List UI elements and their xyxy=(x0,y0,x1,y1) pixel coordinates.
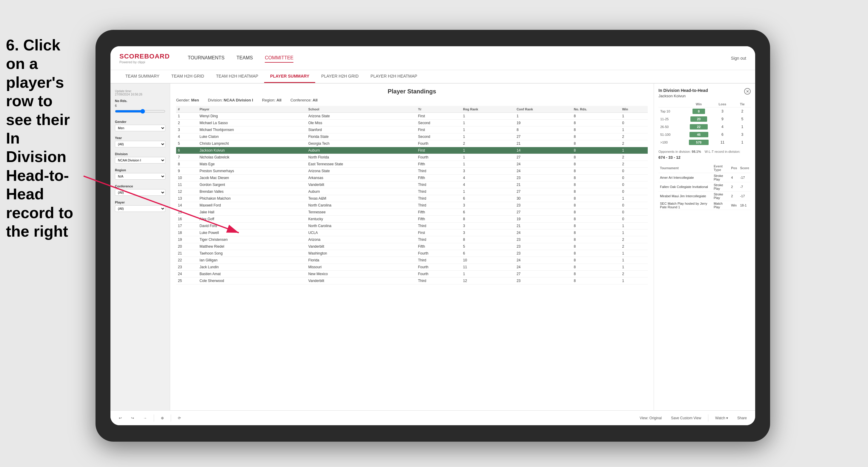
tournament-score: -17 xyxy=(739,192,751,201)
cell-conf-rank: 1 xyxy=(515,113,572,120)
share-button[interactable]: Share xyxy=(735,415,749,421)
forward-button[interactable]: → xyxy=(141,415,149,421)
table-row[interactable]: 24 Bastien Amat New Mexico Fourth 1 27 8… xyxy=(176,271,648,278)
sub-nav-player-summary[interactable]: PLAYER SUMMARY xyxy=(264,70,315,83)
table-row[interactable]: 12 Brendan Valles Auburn Third 1 27 8 0 xyxy=(176,188,648,195)
cell-no-rds: 8 xyxy=(572,243,620,250)
cell-yr: Second xyxy=(416,120,461,127)
cell-school: Florida State xyxy=(307,133,416,140)
table-row[interactable]: 9 Preston Summerhays Arizona State Third… xyxy=(176,168,648,175)
cell-player: Cole Sherwood xyxy=(198,278,307,284)
nav-tournaments[interactable]: TOURNAMENTS xyxy=(188,54,224,63)
h2h-row: 11-25 20 9 5 xyxy=(658,115,751,123)
table-row[interactable]: 7 Nicholas Gabrelcik North Florida Fourt… xyxy=(176,154,648,161)
cell-win: 0 xyxy=(620,175,648,181)
gender-select[interactable]: Men Women xyxy=(115,125,165,131)
h2h-win: 8 xyxy=(686,107,711,116)
table-row[interactable]: 22 Ian Gilligan Florida Third 10 24 8 1 xyxy=(176,257,648,264)
table-row[interactable]: 17 David Ford North Carolina Third 3 21 … xyxy=(176,223,648,229)
h2h-row: Top 10 8 3 2 xyxy=(658,107,751,116)
cell-reg-rank: 3 xyxy=(461,202,515,209)
table-row[interactable]: 16 Alex Goff Kentucky Fifth 8 19 8 0 xyxy=(176,216,648,223)
t-col-type: Event Type xyxy=(712,163,730,173)
sub-nav-team-summary[interactable]: TEAM SUMMARY xyxy=(119,70,165,83)
division-select[interactable]: NCAA Division I xyxy=(115,157,165,163)
cell-reg-rank: 4 xyxy=(461,175,515,181)
year-select[interactable]: (All) xyxy=(115,141,165,147)
cell-conf-rank: 27 xyxy=(515,188,572,195)
opponents-info: Opponents in division: 98.1% W-L-T recor… xyxy=(658,150,751,153)
refresh-button[interactable]: ⟳ xyxy=(176,415,183,421)
tournament-name: Fallen Oak Collegiate Invitational xyxy=(658,182,712,192)
cell-school: Ole Miss xyxy=(307,120,416,127)
tournament-name: Mirabel Maui Jim Intercollegiate xyxy=(658,192,712,201)
cell-rank: 6 xyxy=(176,147,198,154)
bottom-toolbar: ↩ ↪ → ⊕ ⟳ View: Original Save Custom Vie… xyxy=(111,410,755,425)
cell-yr: Fourth xyxy=(416,140,461,147)
cell-win: 0 xyxy=(620,216,648,223)
undo-button[interactable]: ↩ xyxy=(116,415,124,421)
cell-win: 0 xyxy=(620,188,648,195)
table-row[interactable]: 11 Gordon Sargent Vanderbilt Third 4 21 … xyxy=(176,181,648,188)
table-row[interactable]: 15 Jake Hall Tennessee Fifth 6 27 8 0 xyxy=(176,209,648,216)
sign-out-link[interactable]: Sign out xyxy=(731,56,746,61)
cell-conf-rank: 23 xyxy=(515,278,572,284)
no-rds-filter: No Rds. 6 xyxy=(115,99,165,115)
region-select[interactable]: N/A xyxy=(115,173,165,180)
cell-school: Auburn xyxy=(307,188,416,195)
table-row[interactable]: 13 Phichaksn Maichon Texas A&M Third 6 3… xyxy=(176,195,648,202)
table-row[interactable]: 19 Tiger Christensen Arizona Third 8 23 … xyxy=(176,236,648,243)
filter-panel: Update time: 27/09/2024 16:56:26 No Rds.… xyxy=(111,84,170,410)
nav-teams[interactable]: TEAMS xyxy=(237,54,253,63)
table-row[interactable]: 2 Michael La Sasso Ole Miss Second 1 19 … xyxy=(176,120,648,127)
cell-player: Ian Gilligan xyxy=(198,257,307,264)
table-row[interactable]: 14 Maxwell Ford North Carolina Third 3 2… xyxy=(176,202,648,209)
no-rds-slider[interactable] xyxy=(115,109,165,114)
cell-win: 1 xyxy=(620,229,648,236)
h2h-range: 26-50 xyxy=(658,123,686,131)
table-row[interactable]: 4 Luke Claton Florida State Second 1 27 … xyxy=(176,133,648,140)
cell-no-rds: 8 xyxy=(572,257,620,264)
cell-conf-rank: 21 xyxy=(515,181,572,188)
table-row[interactable]: 23 Jack Lundin Missouri Fourth 11 24 8 1 xyxy=(176,264,648,271)
watch-button[interactable]: Watch ▾ xyxy=(713,415,731,421)
table-row[interactable]: 21 Taehoon Song Washington Fourth 6 23 8… xyxy=(176,250,648,257)
toolbar-separator-3 xyxy=(708,414,708,422)
cell-reg-rank: 4 xyxy=(461,181,515,188)
sub-nav-team-h2h-heatmap[interactable]: TEAM H2H HEATMAP xyxy=(210,70,264,83)
table-row[interactable]: 1 Wenyi Ding Arizona State First 1 1 8 1 xyxy=(176,113,648,120)
sub-nav-player-h2h-grid[interactable]: PLAYER H2H GRID xyxy=(315,70,365,83)
cell-no-rds: 8 xyxy=(572,181,620,188)
cell-win: 1 xyxy=(620,223,648,229)
redo-button[interactable]: ↪ xyxy=(129,415,136,421)
cell-yr: Fifth xyxy=(416,209,461,216)
nav-committee[interactable]: COMMITTEE xyxy=(265,54,293,63)
view-original-button[interactable]: View: Original xyxy=(637,415,664,421)
table-row[interactable]: 10 Jacob Mac Diesen Arkansas Fifth 4 23 … xyxy=(176,175,648,181)
h2h-range: Top 10 xyxy=(658,107,686,116)
table-row[interactable]: 18 Luke Powell UCLA First 3 24 8 1 xyxy=(176,229,648,236)
table-row[interactable]: 6 Jackson Koivun Auburn First 1 14 8 1 xyxy=(176,147,648,154)
sub-nav-team-h2h-grid[interactable]: TEAM H2H GRID xyxy=(165,70,210,83)
h2h-close-button[interactable]: ✕ xyxy=(744,88,751,95)
cell-school: New Mexico xyxy=(307,271,416,278)
cell-win: 0 xyxy=(620,168,648,175)
cell-win: 2 xyxy=(620,140,648,147)
table-row[interactable]: 3 Michael Thorbjornsen Stanford First 1 … xyxy=(176,127,648,133)
instruction-text: 6. Click on a player's row to see their … xyxy=(0,36,87,241)
conference-select[interactable]: (All) xyxy=(115,189,165,196)
cell-win: 1 xyxy=(620,278,648,284)
player-select[interactable]: (All) xyxy=(115,205,165,212)
table-row[interactable]: 8 Mats Ege East Tennessee State Fifth 1 … xyxy=(176,161,648,168)
cell-reg-rank: 1 xyxy=(461,154,515,161)
table-row[interactable]: 20 Matthew Riedel Vanderbilt Fifth 5 23 … xyxy=(176,243,648,250)
sub-nav-player-h2h-heatmap[interactable]: PLAYER H2H HEATMAP xyxy=(365,70,423,83)
copy-button[interactable]: ⊕ xyxy=(158,415,166,421)
h2h-row: 26-50 22 4 1 xyxy=(658,123,751,131)
table-row[interactable]: 5 Christo Lamprecht Georgia Tech Fourth … xyxy=(176,140,648,147)
h2h-range: 51-100 xyxy=(658,131,686,138)
save-custom-button[interactable]: Save Custom View xyxy=(669,415,704,421)
cell-rank: 12 xyxy=(176,188,198,195)
cell-yr: Third xyxy=(416,202,461,209)
table-row[interactable]: 25 Cole Sherwood Vanderbilt Third 12 23 … xyxy=(176,278,648,284)
